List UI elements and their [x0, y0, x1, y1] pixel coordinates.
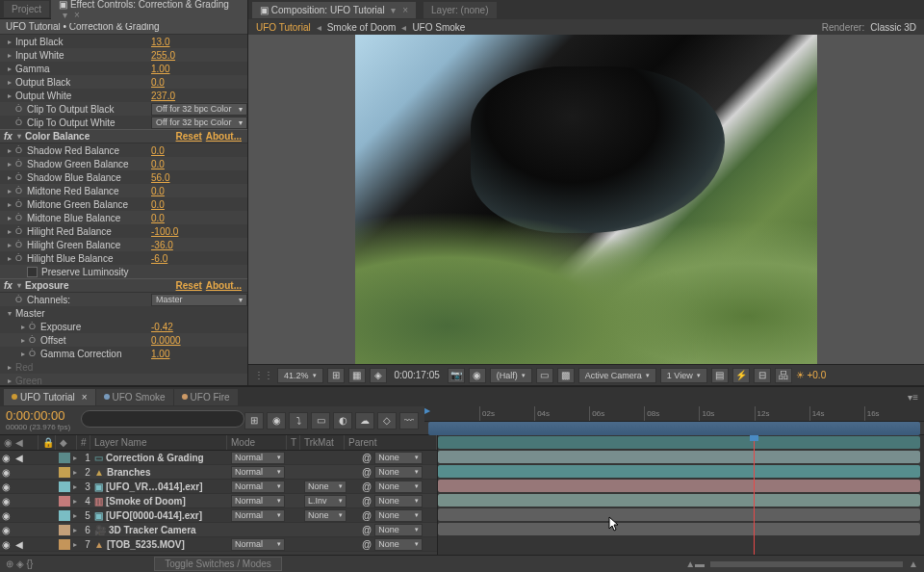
prop-cb-3[interactable]: Midtone Red Balance	[27, 186, 151, 196]
brainstorm-icon[interactable]: ☁	[355, 412, 374, 429]
val-cb-6[interactable]: -100.0	[151, 226, 247, 237]
transparency-grid-icon[interactable]: ▩	[557, 368, 575, 383]
col-lock-icon[interactable]: 🔒	[38, 435, 56, 450]
twirl-icon[interactable]: ▸	[8, 91, 15, 100]
layer-name-5[interactable]: 🎥3D Tracker Camera	[94, 525, 231, 535]
pickwhip-icon[interactable]: @	[362, 467, 372, 478]
twirl-icon[interactable]: ▸	[8, 160, 15, 169]
fx-icon[interactable]: fx	[4, 280, 17, 291]
current-time[interactable]: 0:00:17:05	[391, 370, 444, 380]
parent-dropdown-6[interactable]: None	[374, 538, 423, 551]
trkmat-dropdown-4[interactable]: None	[304, 509, 346, 522]
layer-name-3[interactable]: ▥[Smoke of Doom]	[94, 496, 231, 507]
layer-bar-6[interactable]	[438, 523, 920, 535]
val-gamma[interactable]: 1.00	[151, 64, 247, 74]
twirl-icon[interactable]: ▸	[73, 540, 81, 549]
mode-dropdown-1[interactable]: Normal	[231, 466, 285, 479]
zoom-in-icon[interactable]: ▲	[909, 559, 918, 569]
layer-bar-4[interactable]	[438, 494, 920, 507]
stopwatch-icon[interactable]: Ò	[15, 104, 27, 114]
col-label[interactable]: ◆	[56, 435, 77, 450]
val-exp-0[interactable]: -0.42	[151, 322, 247, 332]
prop-cb-5[interactable]: Midtone Blue Balance	[27, 213, 151, 223]
twirl-icon[interactable]: ▾	[8, 309, 15, 318]
parent-dropdown-1[interactable]: None	[374, 466, 423, 479]
stopwatch-icon[interactable]: Ò	[29, 349, 40, 358]
layer-row-1[interactable]: ◉ ▸ 2 ▲Branches Normal @None	[0, 465, 437, 480]
work-area-bar[interactable]	[428, 422, 920, 435]
stopwatch-icon[interactable]: Ò	[15, 159, 27, 169]
pickwhip-icon[interactable]: @	[362, 539, 372, 550]
effect-exposure[interactable]: Exposure	[25, 280, 69, 291]
col-av-icon[interactable]: ◉ ◀	[0, 435, 38, 450]
toggle-switches-button[interactable]: Toggle Switches / Modes	[154, 557, 282, 571]
layer-name-2[interactable]: ▣[UFO_VR…0414].exr]	[94, 481, 231, 492]
label-color[interactable]	[59, 496, 70, 507]
reset-link[interactable]: Reset	[176, 280, 202, 291]
mode-dropdown-0[interactable]: Normal	[231, 452, 285, 464]
composition-viewer[interactable]	[248, 35, 924, 364]
twirl-icon[interactable]: ▾	[17, 132, 25, 141]
val-cb-4[interactable]: 0.0	[151, 199, 247, 210]
mode-dropdown-3[interactable]: Normal	[231, 495, 285, 507]
val-cb-8[interactable]: -6.0	[151, 253, 247, 264]
stopwatch-icon[interactable]: Ò	[15, 295, 27, 304]
twirl-icon[interactable]: ▸	[21, 323, 29, 331]
val-input-black[interactable]: 13.0	[151, 37, 247, 47]
label-color[interactable]	[59, 467, 70, 478]
twirl-icon[interactable]: ▸	[8, 363, 15, 372]
layer-name-4[interactable]: ▣[UFO[0000-0414].exr]	[94, 510, 231, 521]
search-input[interactable]	[81, 410, 244, 428]
label-color[interactable]	[59, 453, 70, 463]
prop-exp-1[interactable]: Offset	[40, 335, 151, 346]
tab-composition[interactable]: ▣ Composition: UFO Tutorial ▾ ×	[252, 2, 416, 18]
stopwatch-icon[interactable]: Ò	[15, 145, 27, 155]
about-link[interactable]: About...	[206, 280, 242, 291]
prop-cb-6[interactable]: Hilight Red Balance	[27, 226, 151, 237]
layer-name-0[interactable]: ▭Correction & Grading	[94, 453, 231, 463]
checkbox-preserve-luminosity[interactable]	[27, 267, 38, 277]
val-cb-0[interactable]: 0.0	[151, 145, 247, 156]
eye-icon[interactable]: ◉	[2, 496, 13, 507]
stopwatch-icon[interactable]: Ò	[15, 199, 27, 209]
eye-icon[interactable]: ◉	[2, 453, 13, 463]
twirl-icon[interactable]: ▸	[8, 241, 15, 249]
twirl-icon[interactable]: ▸	[8, 214, 15, 222]
stopwatch-icon[interactable]: Ò	[15, 226, 27, 236]
val-cb-5[interactable]: 0.0	[151, 213, 247, 223]
eye-icon[interactable]: ◉	[2, 525, 13, 535]
layer-bar-2[interactable]	[438, 465, 920, 478]
stopwatch-icon[interactable]: Ò	[15, 186, 27, 195]
expand-icon[interactable]: ⊕ ◈ {}	[6, 559, 33, 569]
prop-input-black[interactable]: Input Black	[15, 37, 151, 47]
prop-gamma[interactable]: Gamma	[15, 64, 151, 74]
prop-clip-black[interactable]: Clip To Output Black	[27, 104, 151, 115]
prop-input-white[interactable]: Input White	[15, 50, 151, 61]
prop-cb-8[interactable]: Hilight Blue Balance	[27, 253, 151, 264]
timeline-tab-1[interactable]: UFO Smoke	[96, 389, 173, 405]
twirl-icon[interactable]: ▸	[8, 187, 15, 195]
trkmat-dropdown-2[interactable]: None	[304, 481, 346, 493]
val-cb-3[interactable]: 0.0	[151, 186, 247, 196]
prop-channels[interactable]: Channels:	[27, 295, 151, 305]
layer-bar-1[interactable]	[438, 451, 920, 463]
layer-row-6[interactable]: ◉◀ ▸ 7 ▲[TOB_5235.MOV] Normal @None	[0, 537, 437, 552]
pickwhip-icon[interactable]: @	[362, 510, 372, 521]
twirl-icon[interactable]: ▸	[73, 482, 81, 491]
tab-project[interactable]: Project	[4, 1, 49, 17]
layer-row-2[interactable]: ◉ ▸ 3 ▣[UFO_VR…0414].exr] Normal None @N…	[0, 480, 437, 494]
graph-editor-icon[interactable]: 〰	[399, 412, 419, 429]
close-icon[interactable]: ×	[82, 392, 88, 403]
twirl-icon[interactable]: ▸	[8, 227, 15, 236]
resolution-dropdown[interactable]: (Half)	[490, 368, 532, 383]
layer-name-1[interactable]: ▲Branches	[94, 467, 231, 478]
breadcrumb-3[interactable]: UFO Smoke	[412, 22, 465, 33]
timeline-tab-0[interactable]: UFO Tutorial×	[4, 389, 95, 405]
tab-dropdown-icon[interactable]: ▾	[389, 5, 397, 15]
layer-bar-5[interactable]	[438, 508, 920, 521]
twirl-icon[interactable]: ▸	[8, 65, 15, 73]
twirl-icon[interactable]: ▸	[73, 497, 81, 506]
shy-icon[interactable]: ⤵	[289, 412, 308, 429]
layer-name-6[interactable]: ▲[TOB_5235.MOV]	[94, 539, 231, 550]
safe-zones-icon[interactable]: ▦	[348, 368, 366, 383]
